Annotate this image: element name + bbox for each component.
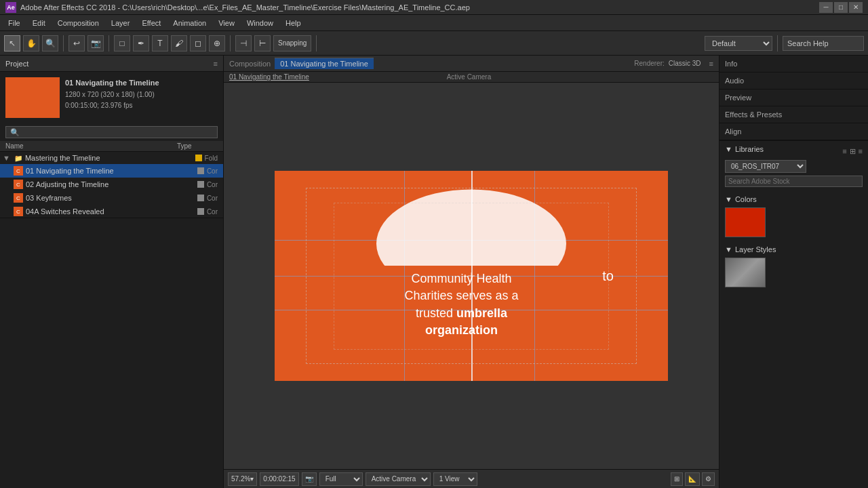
align-panel-item[interactable]: Align xyxy=(719,123,868,140)
rotation-tool[interactable]: ↩ xyxy=(68,35,85,52)
list-item[interactable]: C 03 Keyframes Cor xyxy=(0,191,223,205)
libraries-title[interactable]: ▼ Libraries xyxy=(725,145,764,153)
libraries-grid-icon[interactable]: ⊞ xyxy=(850,147,856,156)
library-selector[interactable]: 06_ROS_ITR07 xyxy=(725,160,806,173)
layer-styles-section: ▼ Layer Styles xyxy=(719,241,868,291)
toggle-guides-btn[interactable]: ⊞ xyxy=(671,472,683,486)
list-item[interactable]: C 04A Switches Revealed Cor xyxy=(0,205,223,218)
info-panel-item[interactable]: Info xyxy=(719,56,868,73)
align-left-tool[interactable]: ⊣ xyxy=(235,35,252,52)
menu-view[interactable]: View xyxy=(213,18,240,28)
comp-view-select[interactable]: 1 View2 Views xyxy=(433,472,477,486)
libraries-list-icon[interactable]: ≡ xyxy=(859,147,863,155)
comp-quality-select[interactable]: FullHalfQuarter xyxy=(319,472,363,486)
window-title: Adobe After Effects CC 2018 - C:\Users\r… xyxy=(20,3,470,12)
comp-icon: C xyxy=(14,193,23,203)
comp-renderer-value: Classic 3D xyxy=(669,60,701,67)
item-type: Cor xyxy=(207,181,218,188)
selection-tool[interactable]: ↖ xyxy=(4,35,20,52)
separator-5 xyxy=(777,35,778,52)
comp-text-line2: Charities serves as a xyxy=(334,287,589,304)
project-info: 01 Navigating the Timeline 868 x 488 (3… xyxy=(65,77,159,118)
type-col-header: Type xyxy=(177,142,218,150)
colors-title[interactable]: ▼ Colors xyxy=(725,195,863,203)
left-panel: Project ≡ 01 Navigating the Timeline 128… xyxy=(0,56,224,488)
maximize-button[interactable]: □ xyxy=(834,2,848,13)
list-item[interactable]: C 02 Adjusting the Timeline Cor xyxy=(0,178,223,191)
comp-time-btn[interactable]: 0:00:02:15 xyxy=(260,472,298,486)
color-swatch-red[interactable] xyxy=(725,207,766,237)
menu-composition[interactable]: Composition xyxy=(52,18,104,28)
puppet-tool[interactable]: ⊕ xyxy=(209,35,225,52)
close-button[interactable]: ✕ xyxy=(849,2,863,13)
item-color-swatch xyxy=(197,181,204,188)
comp-icon: C xyxy=(14,166,23,176)
menu-layer[interactable]: Layer xyxy=(106,18,136,28)
library-search-input[interactable] xyxy=(725,176,863,187)
minimize-button[interactable]: ─ xyxy=(819,2,833,13)
audio-panel-item[interactable]: Audio xyxy=(719,73,868,89)
layer-styles-title[interactable]: ▼ Layer Styles xyxy=(725,245,863,253)
item-name: 02 Adjusting the Timeline xyxy=(26,180,195,188)
comp-settings-btn[interactable]: ⚙ xyxy=(702,472,715,486)
workspace-default[interactable]: DefaultStandardSmall Screen xyxy=(705,36,772,51)
collapse-icon: ▼ xyxy=(3,154,10,162)
toggle-rulers-btn[interactable]: 📐 xyxy=(685,472,700,486)
comp-tab[interactable]: 01 Navigating the Timeline xyxy=(275,58,374,69)
libraries-menu-icon[interactable]: ≡ xyxy=(842,147,846,155)
list-item[interactable]: ▼ 📁 Mastering the Timeline Fold xyxy=(0,152,223,164)
effects-presets-panel-item[interactable]: Effects & Presets xyxy=(719,106,868,123)
zoom-value: 57.2% xyxy=(231,475,250,483)
comp-tab-breadcrumb[interactable]: 01 Navigating the Timeline xyxy=(229,73,309,81)
right-panel: Info Audio Preview Effects & Presets Ali… xyxy=(719,56,868,488)
project-search xyxy=(0,123,223,141)
pen-tool[interactable]: ✒ xyxy=(133,35,149,52)
zoom-tool[interactable]: 🔍 xyxy=(42,35,58,52)
preview-panel-item[interactable]: Preview xyxy=(719,89,868,106)
colors-section: ▼ Colors xyxy=(719,191,868,241)
libraries-collapse-icon: ▼ xyxy=(725,145,732,153)
comp-text-trusted: trusted xyxy=(416,306,456,320)
comp-text-line3: trusted umbrella xyxy=(334,305,589,322)
comp-zoom-btn[interactable]: 57.2% ▾ xyxy=(228,472,257,486)
list-item[interactable]: C 01 Navigating the Timeline Cor xyxy=(0,164,223,178)
comp-info-name: 01 Navigating the Timeline xyxy=(65,77,159,89)
project-list-header: Name Type xyxy=(0,141,223,152)
colors-collapse-icon: ▼ xyxy=(725,195,732,203)
project-panel-menu-icon[interactable]: ≡ xyxy=(214,60,218,68)
comp-snapshot-btn[interactable]: 📷 xyxy=(302,472,317,486)
project-panel-header: Project ≡ xyxy=(0,56,223,72)
eraser-tool[interactable]: ◻ xyxy=(190,35,206,52)
libraries-header: ▼ Libraries ≡ ⊞ ≡ xyxy=(725,145,863,157)
item-type: Fold xyxy=(205,155,218,162)
project-search-input[interactable] xyxy=(5,126,218,138)
menu-animation[interactable]: Animation xyxy=(167,18,212,28)
item-type: Cor xyxy=(207,208,218,216)
snapping-toggle[interactable]: Snapping xyxy=(273,35,311,52)
menu-effect[interactable]: Effect xyxy=(136,18,166,28)
comp-info-size: 868 x 488 (320 x 180) (1.00) xyxy=(65,89,159,100)
comp-info-duration: 0:00:15:00; 23.976 fps xyxy=(65,100,159,111)
menu-edit[interactable]: Edit xyxy=(27,18,51,28)
toolbar: ↖ ✋ 🔍 ↩ 📷 □ ✒ T 🖌 ◻ ⊕ ⊣ ⊢ Snapping Defau… xyxy=(0,31,868,56)
window-controls: ─ □ ✕ xyxy=(819,2,863,13)
menu-bar: File Edit Composition Layer Effect Anima… xyxy=(0,15,868,31)
layer-styles-collapse-icon: ▼ xyxy=(725,245,732,253)
item-name: 03 Keyframes xyxy=(26,194,195,202)
comp-panel-menu-icon[interactable]: ≡ xyxy=(709,60,713,68)
hand-tool[interactable]: ✋ xyxy=(23,35,39,52)
item-type: Cor xyxy=(207,167,218,175)
camera-tool[interactable]: 📷 xyxy=(87,35,104,52)
align-right-tool[interactable]: ⊢ xyxy=(254,35,271,52)
composition-view: Community Health Charities serves as a t… xyxy=(224,83,719,469)
brush-tool[interactable]: 🖌 xyxy=(171,35,187,52)
rect-tool[interactable]: □ xyxy=(114,35,130,52)
composition-canvas: Community Health Charities serves as a t… xyxy=(275,171,668,381)
menu-window[interactable]: Window xyxy=(241,18,279,28)
text-tool[interactable]: T xyxy=(152,35,168,52)
composition-panel-header: Composition 01 Navigating the Timeline R… xyxy=(224,56,719,72)
help-search[interactable] xyxy=(783,36,864,51)
menu-help[interactable]: Help xyxy=(280,18,307,28)
comp-camera-select[interactable]: Active Camera xyxy=(366,472,431,486)
menu-file[interactable]: File xyxy=(3,18,26,28)
